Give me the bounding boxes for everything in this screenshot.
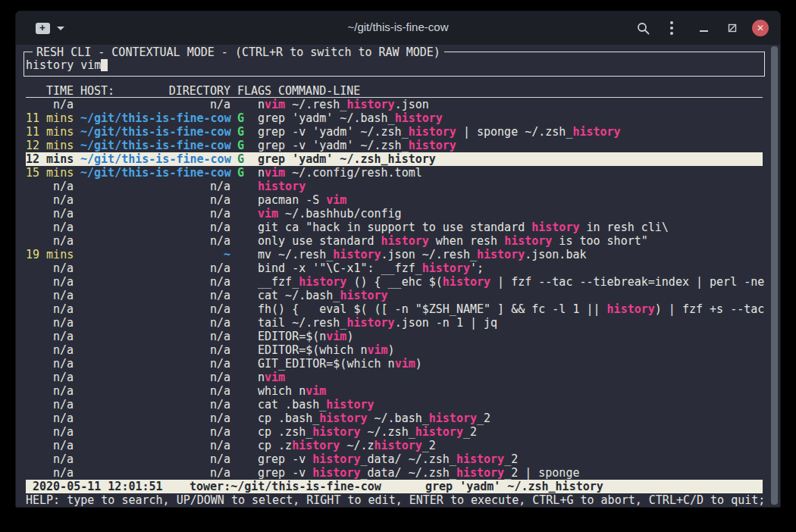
command-text: ~/.config/resh.toml <box>285 166 422 180</box>
row-command: only use standard history when resh hist… <box>258 234 648 248</box>
history-row[interactable]: 19 mins~mv ~/.resh_history.json ~/.resh_… <box>26 248 763 261</box>
command-text: .json -n 1 | jq <box>395 316 497 330</box>
history-row[interactable]: n/an/acat .bash_history <box>26 398 763 412</box>
row-command: which nvim <box>258 384 326 398</box>
command-text: ~/.bash_ <box>368 412 429 425</box>
row-command: grep -v history_data/ ~/.zsh_history_2 |… <box>258 466 579 480</box>
command-text: _data/ ~/.zsh_ <box>360 452 456 466</box>
match-highlight: history <box>299 275 346 289</box>
history-row[interactable]: n/an/aonly use standard history when res… <box>26 234 763 248</box>
row-time: n/a <box>26 412 74 425</box>
row-time: n/a <box>26 330 74 343</box>
menu-button[interactable] <box>666 11 677 45</box>
row-directory: n/a <box>80 384 230 398</box>
row-time: n/a <box>26 425 74 439</box>
history-row[interactable]: n/an/acp .zsh_history ~/.zsh_history_2 <box>26 425 763 439</box>
match-highlight: vim <box>265 98 285 111</box>
command-text: cat ~/.bash_ <box>258 289 340 302</box>
match-highlight: history <box>388 152 436 166</box>
history-row[interactable]: n/an/abind -x '"\C-x1": __fzf_history'; <box>26 261 763 275</box>
history-row[interactable]: n/an/apacman -S vim <box>26 193 763 207</box>
command-text: grep -v 'yadm' ~/.zsh_ <box>258 139 409 152</box>
match-highlight: history <box>572 125 620 139</box>
command-text: _2 | sponge <box>504 466 579 480</box>
history-row[interactable]: n/an/acat ~/.bash_history <box>26 289 763 302</box>
history-row[interactable]: n/an/aGIT_EDITOR=$(which nvim) <box>26 357 763 371</box>
history-row-selected[interactable]: 12 mins~/git/this-is-fine-cowGgrep 'yadm… <box>26 152 763 166</box>
row-command: grep -v history_data/ ~/.zsh_history_2 <box>258 452 518 466</box>
command-text: only use standard <box>258 234 381 248</box>
search-query-text: history vim <box>26 58 101 72</box>
history-row[interactable]: n/an/atail ~/.resh_history.json -n 1 | j… <box>26 316 763 330</box>
history-row[interactable]: n/an/anvim ~/.resh_history.json <box>26 98 763 111</box>
maximize-button[interactable] <box>725 11 739 45</box>
minimize-icon <box>700 30 708 32</box>
row-time: n/a <box>26 261 74 275</box>
command-text: EDITOR=$(n <box>258 330 326 343</box>
row-directory: n/a <box>80 234 230 248</box>
status-datetime: 2020-05-11 12:01:51 <box>33 480 163 493</box>
command-text: .json ~/.resh_ <box>381 248 477 261</box>
command-text: n <box>258 371 265 384</box>
history-row[interactable]: n/an/acp .bash_history ~/.bash_history_2 <box>26 412 763 425</box>
row-command: grep -v 'yadm' ~/.zsh_history <box>258 139 456 152</box>
history-row[interactable]: n/an/ahistory <box>26 180 763 193</box>
history-row[interactable]: 15 mins~/git/this-is-fine-cowGnvim ~/.co… <box>26 166 763 180</box>
row-flag: G <box>237 111 244 125</box>
row-command: grep 'yadm' ~/.zsh_history <box>258 152 436 166</box>
row-directory: n/a <box>80 98 230 111</box>
history-row[interactable]: n/an/a__fzf_history () { __ehc $(history… <box>26 275 763 289</box>
match-highlight: vim <box>306 384 326 398</box>
row-command: cat .bash_history <box>258 398 374 412</box>
history-row[interactable]: 11 mins~/git/this-is-fine-cowGgrep -v 'y… <box>26 125 763 139</box>
row-command: nvim ~/.resh_history.json <box>258 98 429 111</box>
window-title: ~/git/this-is-fine-cow <box>16 20 780 33</box>
history-row[interactable]: n/an/aEDITOR=$(which nvim) <box>26 343 763 357</box>
search-button[interactable] <box>635 11 651 45</box>
titlebar[interactable]: + ~/git/this-is-fine-cow <box>16 11 780 45</box>
close-icon: ✕ <box>752 20 769 36</box>
history-row[interactable]: n/an/aEDITOR=$(nvim) <box>26 330 763 343</box>
command-text: cp .z <box>258 439 292 452</box>
close-button[interactable]: ✕ <box>751 11 769 45</box>
match-highlight: history <box>333 248 381 261</box>
row-time: n/a <box>26 234 74 248</box>
match-highlight: vim <box>326 193 346 207</box>
maximize-icon <box>728 23 737 33</box>
match-highlight: history <box>429 412 477 425</box>
history-row[interactable]: n/an/acp .zhistory ~/.zhistory_2 <box>26 439 763 452</box>
row-directory: n/a <box>80 261 230 275</box>
scrollbar-thumb[interactable] <box>771 46 778 505</box>
resh-search-box[interactable]: RESH CLI - CONTEXTUAL MODE - (CTRL+R to … <box>24 52 765 77</box>
command-text: ~/.resh_ <box>285 98 346 111</box>
match-highlight: vim <box>258 207 278 221</box>
match-highlight: history <box>374 439 422 452</box>
history-row[interactable]: n/an/agrep -v history_data/ ~/.zsh_histo… <box>26 466 763 480</box>
row-command: pacman -S vim <box>258 193 346 207</box>
match-highlight: history <box>346 316 394 330</box>
search-input[interactable]: history vim <box>26 58 108 72</box>
history-row[interactable]: n/an/agit ca "hack in support to use sta… <box>26 221 763 234</box>
row-time: n/a <box>26 398 74 412</box>
table-header: TIME HOST: DIRECTORY FLAGS COMMAND-LINE <box>26 84 763 98</box>
row-time: 19 mins <box>26 248 74 261</box>
history-row[interactable]: n/an/anvim <box>26 371 763 384</box>
command-text: ) <box>415 357 422 371</box>
command-text: is too short" <box>552 234 647 248</box>
command-text: when resh <box>429 234 504 248</box>
minimize-button[interactable] <box>697 11 710 45</box>
history-row[interactable]: n/an/awhich nvim <box>26 384 763 398</box>
match-highlight: history <box>409 139 456 152</box>
match-highlight: history <box>422 261 470 275</box>
history-row[interactable]: n/an/agrep -v history_data/ ~/.zsh_histo… <box>26 452 763 466</box>
row-command: tail ~/.resh_history.json -n 1 | jq <box>258 316 497 330</box>
row-directory: n/a <box>80 439 230 452</box>
history-row[interactable]: n/an/avim ~/.bashhub/config <box>26 207 763 221</box>
history-row[interactable]: 11 mins~/git/this-is-fine-cowGgrep 'yadm… <box>26 111 763 125</box>
history-row[interactable]: n/an/afh() { eval $( ([ -n "$ZSH_NAME" ]… <box>26 302 763 316</box>
row-command: mv ~/.resh_history.json ~/.resh_history.… <box>258 248 587 261</box>
command-text: bind -x '"\C-x1": __fzf_ <box>258 261 422 275</box>
history-row[interactable]: 12 mins~/git/this-is-fine-cowGgrep -v 'y… <box>26 139 763 152</box>
row-directory: n/a <box>80 302 230 316</box>
row-time: n/a <box>26 207 74 221</box>
